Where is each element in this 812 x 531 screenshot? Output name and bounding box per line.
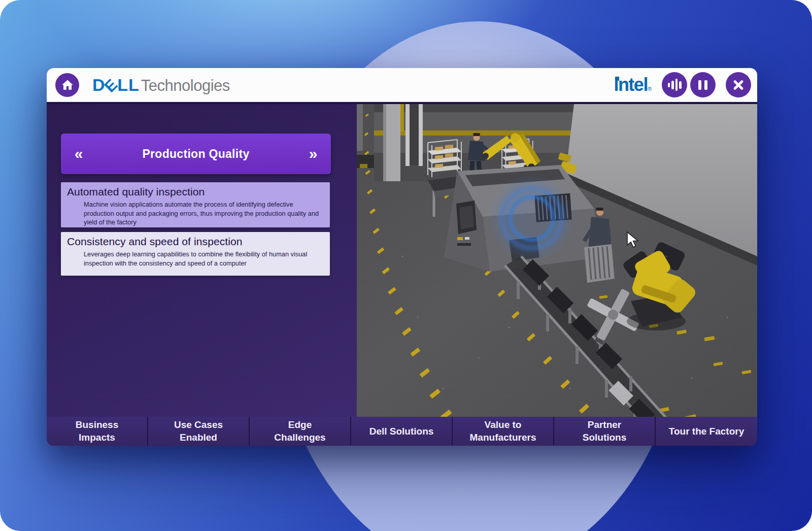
use-case-card-consistency-speed[interactable]: Consistency and speed of inspection Leve… xyxy=(61,232,330,276)
tab-label: Use Cases Enabled xyxy=(160,419,236,444)
tab-business-impacts[interactable]: Business Impacts xyxy=(47,417,148,446)
use-case-card-automated-inspection[interactable]: Automated quality inspection Machine vis… xyxy=(61,182,330,227)
tab-dell-solutions[interactable]: Dell Solutions xyxy=(351,417,453,446)
home-icon xyxy=(61,78,74,91)
vent-box xyxy=(584,243,618,283)
card-body: Machine vision applications automate the… xyxy=(84,200,324,227)
dell-technologies-logo: DELL Technologies xyxy=(92,75,230,95)
card-title: Automated quality inspection xyxy=(67,186,324,198)
audio-button[interactable] xyxy=(662,72,687,97)
pause-button[interactable] xyxy=(690,72,716,97)
tab-label: Value to Manufacturers xyxy=(465,419,541,444)
close-button[interactable] xyxy=(726,72,751,97)
app-window: DELL Technologies intel® « Production Qu… xyxy=(47,68,757,446)
tab-label: Business Impacts xyxy=(59,419,135,444)
home-button[interactable] xyxy=(55,73,79,97)
pause-icon xyxy=(698,80,707,90)
carousel-title: Production Quality xyxy=(96,147,295,161)
tab-tour-the-factory[interactable]: Tour the Factory xyxy=(656,417,757,446)
header-bar: DELL Technologies intel® xyxy=(47,68,757,102)
close-icon xyxy=(732,79,745,91)
topic-carousel: « Production Quality » xyxy=(61,134,331,174)
carousel-prev-button[interactable]: « xyxy=(61,146,96,161)
tab-value-to-manufacturers[interactable]: Value to Manufacturers xyxy=(453,417,554,446)
tab-label: Dell Solutions xyxy=(369,425,434,438)
info-panel: « Production Quality » Automated quality… xyxy=(47,104,357,417)
tab-label: Edge Challenges xyxy=(262,419,338,444)
bottom-navigation: Business Impacts Use Cases Enabled Edge … xyxy=(47,417,757,446)
card-body: Leverages deep learning capabilities to … xyxy=(84,250,324,268)
tab-label: Partner Solutions xyxy=(566,419,642,444)
audio-waveform-icon xyxy=(668,79,682,91)
tab-partner-solutions[interactable]: Partner Solutions xyxy=(554,417,656,446)
content-area: « Production Quality » Automated quality… xyxy=(47,102,757,417)
intel-logo: intel® xyxy=(614,74,652,95)
tab-label: Tour the Factory xyxy=(669,425,745,438)
tab-edge-challenges[interactable]: Edge Challenges xyxy=(250,417,351,446)
tab-use-cases-enabled[interactable]: Use Cases Enabled xyxy=(148,417,250,446)
carousel-next-button[interactable]: » xyxy=(295,146,331,161)
card-title: Consistency and speed of inspection xyxy=(67,236,324,248)
factory-3d-viewport[interactable] xyxy=(357,104,757,417)
